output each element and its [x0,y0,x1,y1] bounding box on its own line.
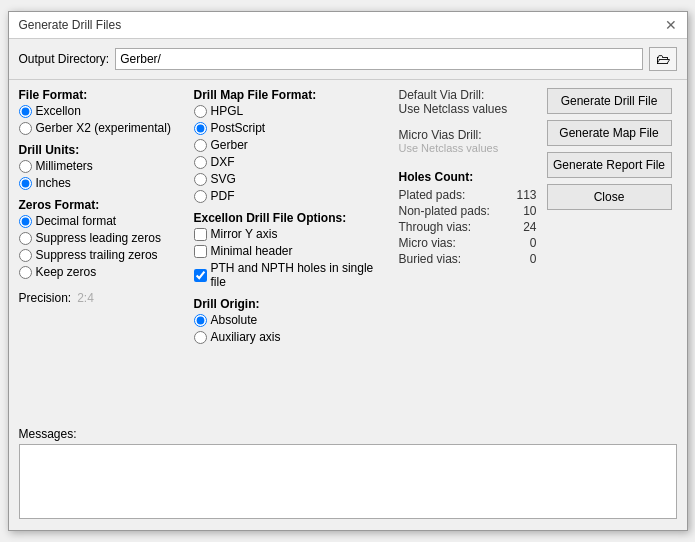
table-row: Through vias: 24 [399,220,537,234]
radio-suppress-trailing-input[interactable] [19,249,32,262]
radio-gerber-x2-input[interactable] [19,122,32,135]
radio-auxiliary-input[interactable] [194,331,207,344]
checkbox-mirror-y-input[interactable] [194,228,207,241]
radio-hpgl-input[interactable] [194,105,207,118]
default-via-drill-section: Default Via Drill: Use Netclass values [399,88,537,116]
drill-units-group: Millimeters Inches [19,159,184,190]
messages-label: Messages: [19,427,677,441]
generate-drill-files-dialog: Generate Drill Files ✕ Output Directory:… [8,11,688,531]
radio-auxiliary-label: Auxiliary axis [211,330,281,344]
radio-dxf-input[interactable] [194,156,207,169]
radio-svg[interactable]: SVG [194,172,389,186]
holes-count-section: Holes Count: Plated pads: 113 Non-plated… [399,170,537,266]
radio-decimal-format[interactable]: Decimal format [19,214,184,228]
excellon-options-section: Excellon Drill File Options: Mirror Y ax… [194,211,389,289]
precision-label: Precision: [19,291,72,305]
default-via-drill-title: Default Via Drill: [399,88,537,102]
radio-keep-zeros-label: Keep zeros [36,265,97,279]
checkbox-minimal-header-input[interactable] [194,245,207,258]
radio-excellon[interactable]: Excellon [19,104,184,118]
radio-svg-input[interactable] [194,173,207,186]
messages-textarea[interactable] [19,444,677,519]
non-plated-pads-value: 10 [517,204,537,218]
radio-keep-zeros-input[interactable] [19,266,32,279]
radio-decimal-input[interactable] [19,215,32,228]
close-icon[interactable]: ✕ [665,18,677,32]
radio-millimeters-input[interactable] [19,160,32,173]
radio-excellon-input[interactable] [19,105,32,118]
file-format-title: File Format: [19,88,184,102]
radio-inches[interactable]: Inches [19,176,184,190]
radio-pdf[interactable]: PDF [194,189,389,203]
table-row: Non-plated pads: 10 [399,204,537,218]
radio-svg-label: SVG [211,172,236,186]
file-format-section: File Format: Excellon Gerber X2 (experim… [19,88,184,135]
radio-millimeters[interactable]: Millimeters [19,159,184,173]
radio-suppress-leading-label: Suppress leading zeros [36,231,161,245]
radio-gerber-input[interactable] [194,139,207,152]
table-row: Plated pads: 113 [399,188,537,202]
checkbox-mirror-y-label: Mirror Y axis [211,227,278,241]
zeros-format-section: Zeros Format: Decimal format Suppress le… [19,198,184,279]
table-row: Buried vias: 0 [399,252,537,266]
radio-decimal-label: Decimal format [36,214,117,228]
through-vias-value: 24 [517,220,537,234]
generate-report-file-button[interactable]: Generate Report File [547,152,672,178]
generate-drill-file-button[interactable]: Generate Drill File [547,88,672,114]
drill-map-format-group: HPGL PostScript Gerber DXF [194,104,389,203]
through-vias-label: Through vias: [399,220,472,234]
plated-pads-value: 113 [516,188,536,202]
radio-inches-label: Inches [36,176,71,190]
checkbox-mirror-y[interactable]: Mirror Y axis [194,227,389,241]
checkbox-minimal-header[interactable]: Minimal header [194,244,389,258]
plated-pads-label: Plated pads: [399,188,466,202]
column-2: Drill Map File Format: HPGL PostScript G… [194,88,389,415]
radio-inches-input[interactable] [19,177,32,190]
output-directory-row: Output Directory: 🗁 [9,39,687,80]
radio-absolute-input[interactable] [194,314,207,327]
output-directory-label: Output Directory: [19,52,110,66]
radio-suppress-leading-input[interactable] [19,232,32,245]
radio-pdf-input[interactable] [194,190,207,203]
radio-hpgl[interactable]: HPGL [194,104,389,118]
zeros-format-title: Zeros Format: [19,198,184,212]
radio-absolute[interactable]: Absolute [194,313,389,327]
column-4: Generate Drill File Generate Map File Ge… [547,88,677,415]
generate-map-file-button[interactable]: Generate Map File [547,120,672,146]
output-directory-input[interactable] [115,48,642,70]
column-3: Default Via Drill: Use Netclass values M… [399,88,537,415]
holes-count-table: Plated pads: 113 Non-plated pads: 10 Thr… [399,188,537,266]
radio-auxiliary[interactable]: Auxiliary axis [194,330,389,344]
micro-vias-value: 0 [517,236,537,250]
radio-dxf[interactable]: DXF [194,155,389,169]
drill-units-title: Drill Units: [19,143,184,157]
column-1: File Format: Excellon Gerber X2 (experim… [19,88,184,415]
micro-vias-label: Micro vias: [399,236,456,250]
radio-dxf-label: DXF [211,155,235,169]
zeros-format-group: Decimal format Suppress leading zeros Su… [19,214,184,279]
drill-origin-title: Drill Origin: [194,297,389,311]
browse-folder-button[interactable]: 🗁 [649,47,677,71]
non-plated-pads-label: Non-plated pads: [399,204,490,218]
radio-gerber[interactable]: Gerber [194,138,389,152]
radio-excellon-label: Excellon [36,104,81,118]
radio-keep-zeros[interactable]: Keep zeros [19,265,184,279]
holes-count-title: Holes Count: [399,170,537,184]
main-content: File Format: Excellon Gerber X2 (experim… [9,80,687,423]
radio-gerber-x2[interactable]: Gerber X2 (experimental) [19,121,184,135]
drill-map-format-title: Drill Map File Format: [194,88,389,102]
radio-suppress-leading[interactable]: Suppress leading zeros [19,231,184,245]
drill-origin-section: Drill Origin: Absolute Auxiliary axis [194,297,389,344]
close-button[interactable]: Close [547,184,672,210]
default-via-drill-value: Use Netclass values [399,102,537,116]
checkbox-pth-npth[interactable]: PTH and NPTH holes in single file [194,261,389,289]
radio-suppress-trailing-label: Suppress trailing zeros [36,248,158,262]
radio-postscript[interactable]: PostScript [194,121,389,135]
drill-map-format-section: Drill Map File Format: HPGL PostScript G… [194,88,389,203]
checkbox-pth-npth-input[interactable] [194,269,207,282]
radio-suppress-trailing[interactable]: Suppress trailing zeros [19,248,184,262]
excellon-options-title: Excellon Drill File Options: [194,211,389,225]
precision-row: Precision: 2:4 [19,291,184,305]
buried-vias-value: 0 [517,252,537,266]
radio-postscript-input[interactable] [194,122,207,135]
